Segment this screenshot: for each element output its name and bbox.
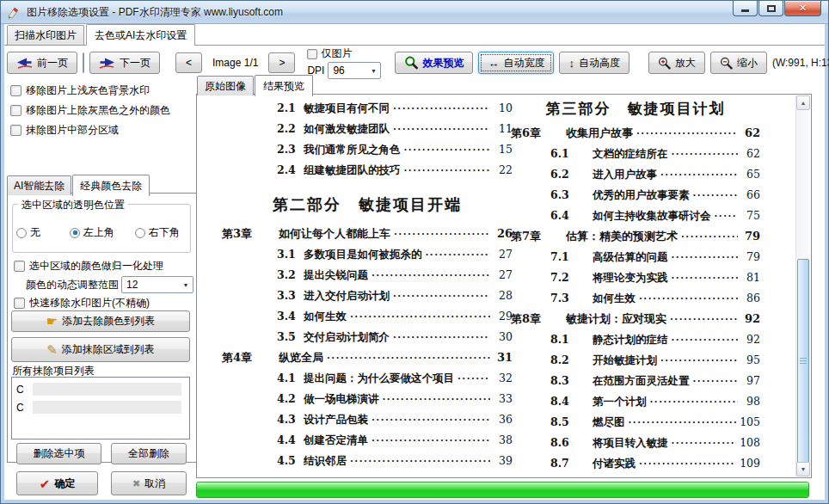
radio-icon[interactable]: [70, 228, 80, 238]
checkbox-icon[interactable]: [14, 298, 25, 309]
minimize-icon: [741, 9, 749, 12]
image-prev-button[interactable]: <: [175, 52, 202, 73]
titlebar[interactable]: 图片移除选项设置 - PDF水印清理专家 www.liyusoft.com ✕: [1, 1, 828, 24]
image-index-label: Image 1/1: [212, 57, 258, 69]
toc-entry-page: 36: [494, 409, 513, 429]
eraser-list-item[interactable]: C: [14, 380, 187, 398]
toc-entry-title: 将理论变为实践: [593, 267, 668, 287]
erase-partial-area-option[interactable]: 抹除图片中部分区域: [10, 123, 194, 138]
toolbar: 前一页 1 ▲ ▼ 下一页 < Image 1/1 > 仅图片: [7, 49, 822, 77]
toc-entry-number: 8.5: [550, 412, 593, 432]
toc-entry: 8.3在范围方面灵活处置····························…: [511, 371, 760, 391]
vertical-scrollbar[interactable]: ▲ ▼: [795, 95, 810, 476]
toc-entry-title: 多数项目是如何被扼杀的: [304, 244, 422, 264]
auto-height-button[interactable]: ↕ 自动高度: [559, 52, 629, 74]
toc-entry: 2.1敏捷项目有何不同·····························…: [222, 98, 513, 119]
delete-all-label: 全部删除: [128, 446, 169, 461]
minimize-button[interactable]: [733, 1, 758, 16]
toc-entry: 第3章如何让每个人都能上车···························…: [222, 224, 513, 244]
toc-entry-title: 我们通常所见之角色: [304, 139, 401, 159]
pencil-icon: ✎: [46, 343, 58, 356]
scrollbar-grip: [800, 358, 807, 365]
checkbox-icon[interactable]: [10, 105, 21, 116]
toc-leader-dots: ········································…: [350, 452, 490, 471]
eraser-items-listbox[interactable]: CC: [11, 377, 190, 439]
checkbox-icon[interactable]: [10, 85, 21, 96]
toc-entry-page: 92: [741, 329, 760, 349]
toc-entry-number: 2.4: [277, 160, 304, 180]
normalize-color-option[interactable]: 选中区域的颜色做归一化处理: [14, 259, 193, 274]
eraser-item-color-swatch: [33, 383, 181, 396]
toc-leader-dots: ········································…: [660, 351, 738, 371]
zoom-out-button[interactable]: 缩小: [710, 52, 767, 74]
toc-entry-page: 28: [494, 286, 513, 305]
toc-entry-title: 将项目转入敏捷: [593, 433, 668, 452]
dropdown-arrow-icon[interactable]: ▼: [366, 68, 380, 74]
toc-entry-page: 10: [494, 98, 513, 118]
radio-option[interactable]: 无: [16, 225, 70, 240]
tab-ai-removal[interactable]: AI智能去除: [7, 175, 71, 195]
toc-leader-dots: ········································…: [372, 266, 490, 286]
checkbox-icon[interactable]: [10, 125, 21, 136]
transparent-position-group: 选中区域的透明色位置 无左上角右下角: [12, 204, 191, 253]
ok-button[interactable]: ✔ 确定: [16, 471, 98, 495]
toc-entry-page: 81: [741, 267, 760, 287]
toc-entry-title: 优秀的用户故事要素: [593, 185, 690, 205]
toc-entry: 6.3优秀的用户故事要素····························…: [511, 185, 760, 206]
toc-leader-dots: ········································…: [383, 390, 491, 409]
tab-decolor-ai-settings[interactable]: 去色或AI去水印设置: [86, 24, 195, 46]
cancel-button[interactable]: ✖ 取消: [111, 471, 187, 495]
tab-original-image[interactable]: 原始图像: [197, 76, 254, 95]
window-title: 图片移除选项设置 - PDF水印清理专家 www.liyusoft.com: [27, 5, 283, 20]
radio-option[interactable]: 左上角: [70, 225, 135, 240]
page-number-value[interactable]: 1: [83, 53, 84, 72]
toc-entry-page: 11: [494, 119, 513, 138]
dynamic-range-row: 颜色的动态调整范围 12 ▼: [26, 276, 193, 293]
radio-icon[interactable]: [135, 228, 145, 238]
toc-entry: 3.2提出尖锐问题·······························…: [222, 265, 513, 286]
page-number-spinner[interactable]: 1 ▲ ▼: [83, 52, 84, 73]
toc-entry: 3.5交付启动计划简介·····························…: [222, 327, 513, 347]
eraser-list-item[interactable]: C: [14, 398, 187, 416]
prev-page-button[interactable]: 前一页: [7, 52, 77, 74]
scroll-up-icon[interactable]: ▲: [796, 95, 810, 110]
toc-entry-number: 4.5: [277, 451, 304, 470]
checkbox-icon[interactable]: [14, 261, 25, 272]
toc-leader-dots: ········································…: [660, 165, 738, 185]
close-button[interactable]: ✕: [784, 1, 821, 16]
remove-lightgray-bg-label: 移除图片上浅灰色背景水印: [26, 83, 150, 98]
scrollbar-thumb[interactable]: [797, 259, 809, 464]
toc-entry-page: 62: [741, 144, 760, 163]
auto-width-button[interactable]: ↔ 自动宽度: [478, 52, 554, 74]
delete-all-button[interactable]: 全部删除: [111, 443, 187, 464]
transparent-position-radios: 无左上角右下角: [16, 225, 188, 240]
maximize-button[interactable]: [758, 1, 783, 16]
add-remove-color-label: 添加去除颜色到列表: [62, 314, 155, 329]
tab-result-preview[interactable]: 结果预览: [255, 75, 313, 96]
add-remove-color-button[interactable]: ☛ 添加去除颜色到列表: [11, 310, 190, 332]
toc-entry-title: 如何生效: [593, 288, 636, 308]
remove-nongray-colors-option[interactable]: 移除图片上除灰黑色之外的颜色: [10, 103, 194, 118]
dropdown-arrow-icon[interactable]: ▼: [179, 282, 193, 288]
only-image-checkbox[interactable]: [307, 49, 317, 59]
dpi-block: 仅图片 DPI 96 ▼: [307, 48, 381, 77]
fast-remove-label: 快速移除水印图片(不精确): [29, 296, 150, 310]
effect-preview-button[interactable]: 效果预览: [395, 52, 473, 74]
add-erase-area-button[interactable]: ✎ 添加抹除区域到列表: [11, 337, 190, 362]
next-page-button[interactable]: 下一页: [89, 52, 160, 74]
tab-scan-watermark[interactable]: 扫描水印图片: [7, 25, 84, 45]
image-next-button[interactable]: >: [268, 52, 295, 73]
radio-option[interactable]: 右下角: [135, 225, 180, 240]
fast-remove-option[interactable]: 快速移除水印图片(不精确): [14, 296, 193, 310]
dynamic-range-combobox[interactable]: 12 ▼: [121, 276, 193, 293]
remove-lightgray-bg-option[interactable]: 移除图片上浅灰色背景水印: [10, 83, 194, 98]
zoom-in-button[interactable]: 放大: [648, 52, 705, 74]
dpi-combobox[interactable]: 96 ▼: [328, 62, 381, 79]
toc-entry-number: 第6章: [511, 123, 566, 143]
radio-icon[interactable]: [16, 228, 27, 238]
tab-classic-color-removal[interactable]: 经典颜色去除: [72, 175, 150, 196]
delete-selected-button[interactable]: 删除选中项: [16, 443, 101, 464]
up-down-arrow-icon: ↕: [568, 58, 574, 69]
scroll-down-icon[interactable]: ▼: [796, 462, 810, 476]
toc-entry-title: 创建否定清单: [304, 430, 368, 450]
